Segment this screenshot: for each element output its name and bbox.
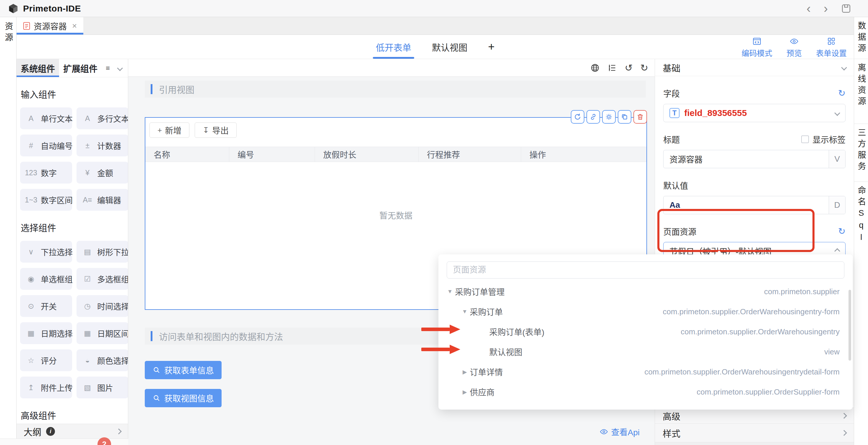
form-settings-button[interactable]: 表单设置 — [816, 37, 847, 58]
column-header-number[interactable]: 编号 — [229, 147, 315, 162]
code-mode-button[interactable]: 编码模式 — [742, 37, 772, 58]
add-view-tab-button[interactable]: + — [488, 35, 495, 59]
widget-actions — [571, 110, 647, 124]
tree-node-purchase-order-form[interactable]: 采购订单(表单) com.primeton.supplier.OrderWare… — [438, 322, 852, 342]
redo-icon[interactable]: ↻ — [640, 63, 648, 73]
tree-node-supplier[interactable]: ▶ 供应商 com.primeton.supplier.OrderSupplie… — [438, 382, 852, 402]
right-rail-tab-datasource[interactable]: 数据源 — [854, 17, 868, 59]
tree-node-default-view[interactable]: 默认视图 view — [438, 342, 852, 362]
column-header-holiday-duration[interactable]: 放假时长 — [315, 147, 418, 162]
toggle-icon: ⊙ — [25, 302, 37, 310]
refresh-icon[interactable] — [571, 110, 584, 124]
dropdown-icon: ∨ — [25, 248, 37, 256]
palette-item-tree-select[interactable]: ▤树形下拉 — [76, 241, 128, 263]
column-header-name[interactable]: 名称 — [145, 147, 229, 162]
preview-button[interactable]: 预览 — [786, 37, 802, 58]
left-rail-resources-tab[interactable]: 资源 — [2, 22, 14, 44]
tree-node-order-detail[interactable]: ▶ 订单详情 com.primeton.supplier.OrderWareho… — [438, 362, 852, 382]
right-rail-tab-third-party-service[interactable]: 三方服务 — [854, 124, 868, 182]
palette-item-counter[interactable]: ±计数器 — [76, 135, 128, 157]
palette-item-select[interactable]: ∨下拉选择 — [20, 241, 72, 263]
right-rail-tab-offline-resource[interactable]: 离线资源 — [854, 59, 868, 124]
palette-item-radio-group[interactable]: ◉单选框组 — [20, 268, 72, 290]
outline-bar[interactable]: 大纲 i — [17, 424, 128, 439]
inspector-section-basic[interactable]: 基础 — [655, 59, 854, 76]
palette-item-file-upload[interactable]: ↥附件上传 — [20, 377, 72, 398]
column-header-trip-recommendation[interactable]: 行程推荐 — [418, 147, 521, 162]
page-resource-label: 页面资源 — [663, 226, 696, 237]
resource-code: com.primeton.supplier.OrderWarehousingen… — [663, 307, 840, 316]
dropdown-search-input[interactable] — [453, 265, 838, 275]
back-icon[interactable]: ‹ — [807, 2, 811, 15]
undo-icon[interactable]: ↺ — [625, 63, 632, 73]
link-icon[interactable] — [586, 110, 600, 124]
copy-icon[interactable] — [618, 110, 631, 124]
forward-icon[interactable]: › — [824, 2, 828, 15]
palette-item-time-picker[interactable]: ◷时间选择 — [76, 295, 128, 317]
expander-icon[interactable]: ▼ — [445, 288, 455, 295]
get-form-info-button[interactable]: 获取表单信息 — [145, 361, 222, 379]
default-value-input[interactable]: Aa D — [663, 196, 845, 214]
palette-item-date-range[interactable]: ▦日期区间 — [76, 322, 128, 344]
left-rail: 资源 — [0, 17, 17, 445]
palette-collapse-button[interactable] — [118, 66, 122, 70]
palette-scroll-area[interactable]: 输入组件 A单行文本 A多行文本 #自动编号 ±计数器 123数字 ¥金额 1~… — [17, 77, 128, 424]
tree-node-purchase-order-management[interactable]: ▼ 采购订单管理 com.primeton.supplier — [438, 281, 852, 302]
field-select[interactable]: T field_89356555 — [663, 104, 845, 122]
palette-item-color-picker[interactable]: ◒颜色选择 — [76, 349, 128, 371]
expander-icon[interactable]: ▶ — [460, 389, 470, 396]
close-icon[interactable]: × — [72, 21, 77, 31]
section-reference-view: 引用视图 — [145, 80, 646, 98]
canvas-toolbar: ↺ ↻ — [128, 59, 655, 77]
get-view-info-button[interactable]: 获取视图信息 — [145, 389, 222, 407]
trash-icon[interactable] — [633, 110, 647, 124]
tab-system-components[interactable]: 系统组件 — [17, 59, 59, 77]
palette-item-rich-editor[interactable]: A≡编辑器 — [76, 189, 128, 211]
resource-code: view — [824, 347, 840, 356]
palette-item-checkbox-group[interactable]: ☑多选框组 — [76, 268, 128, 290]
doc-tab-resource-container[interactable]: 资源容器 × — [17, 17, 83, 35]
structure-list-icon[interactable] — [608, 63, 617, 73]
title-input[interactable]: 资源容器 V — [663, 150, 845, 168]
resource-code: com.primeton.supplier.OrderSupplier-form — [696, 387, 840, 397]
tab-lowcode-form[interactable]: 低开表单 — [376, 35, 411, 59]
tab-extended-components[interactable]: 扩展组件 — [59, 59, 102, 77]
palette-item-image[interactable]: ▧图片 — [76, 377, 128, 398]
expander-icon[interactable]: ▼ — [460, 308, 470, 315]
palette-item-rating[interactable]: ☆评分 — [20, 349, 72, 371]
dropdown-search[interactable] — [447, 262, 844, 279]
palette-item-auto-number[interactable]: #自动编号 — [20, 135, 72, 157]
dropdown-scrollbar[interactable] — [848, 290, 851, 361]
title-suffix-button[interactable]: V — [829, 150, 845, 168]
right-rail-tab-named-sql[interactable]: 命名Sql — [854, 182, 868, 445]
palette-item-date-picker[interactable]: ▦日期选择 — [20, 322, 72, 344]
palette-item-switch[interactable]: ⊙开关 — [20, 295, 72, 317]
palette-item-currency[interactable]: ¥金额 — [76, 162, 128, 183]
palette-item-number[interactable]: 123数字 — [20, 162, 72, 183]
primeton-ide-window: Primeton-IDE ‹ › 资源 数据源 离线资源 三方服务 命名Sql … — [0, 0, 868, 445]
tab-default-view[interactable]: 默认视图 — [432, 35, 467, 59]
globe-icon[interactable] — [590, 63, 600, 73]
inspector-section-advanced[interactable]: 高级 — [655, 408, 854, 423]
palette-item-single-line-text[interactable]: A单行文本 — [20, 107, 72, 129]
gear-icon[interactable] — [602, 110, 616, 124]
view-api-link[interactable]: 查看Api — [599, 426, 640, 438]
add-row-button[interactable]: + 新增 — [150, 123, 189, 138]
inspector-section-style[interactable]: 样式 — [655, 423, 854, 442]
palette-item-number-range[interactable]: 1~3数字区间 — [20, 189, 72, 211]
page-resource-refresh-icon[interactable]: ↻ — [838, 227, 845, 236]
doc-tab-label: 资源容器 — [34, 20, 67, 32]
default-suffix-button[interactable]: D — [829, 196, 845, 214]
expander-icon[interactable]: ▶ — [460, 369, 470, 375]
show-label-checkbox[interactable] — [801, 135, 809, 143]
palette-item-multi-line-text[interactable]: A多行文本 — [76, 107, 128, 129]
tree-node-purchase-order[interactable]: ▼ 采购订单 com.primeton.supplier.OrderWareho… — [438, 302, 852, 322]
export-button[interactable]: ↧ 导出 — [195, 123, 237, 138]
outline-expand-button[interactable] — [117, 430, 121, 434]
palette-list-icon[interactable]: ≡ — [106, 64, 110, 72]
column-header-actions[interactable]: 操作 — [521, 147, 646, 162]
field-refresh-icon[interactable]: ↻ — [838, 89, 845, 98]
save-icon[interactable] — [841, 3, 851, 14]
show-label-option[interactable]: 显示标签 — [801, 133, 845, 145]
section-title: 引用视图 — [159, 82, 194, 96]
